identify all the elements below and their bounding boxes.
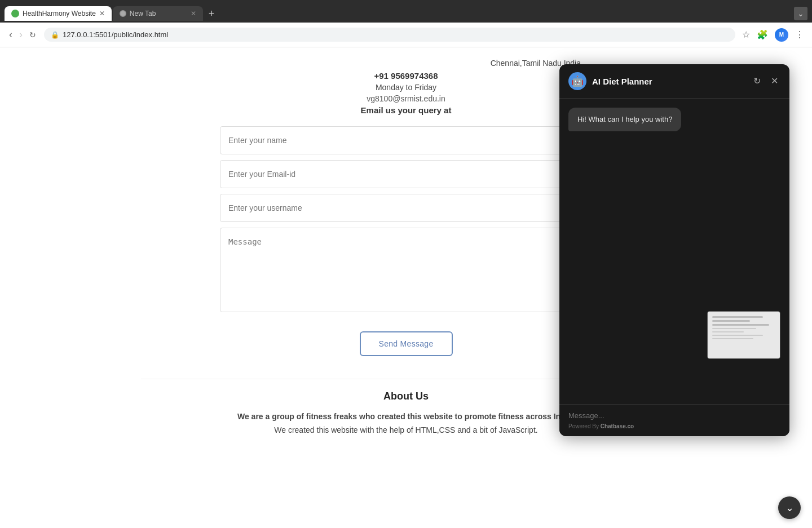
tab-close-1[interactable]: ✕ bbox=[99, 10, 105, 17]
thumb-line-3 bbox=[712, 324, 769, 326]
about-line1: We are a group of fitness freaks who cre… bbox=[237, 412, 575, 421]
chatbot-header: 🤖 AI Diet Planner ↻ ✕ bbox=[559, 64, 789, 99]
security-icon: 🔒 bbox=[51, 31, 59, 39]
tab-healthharmony[interactable]: HealthHarmony Website ✕ bbox=[5, 6, 112, 21]
username-input[interactable] bbox=[220, 194, 592, 222]
send-message-button[interactable]: Send Message bbox=[360, 331, 453, 356]
about-line2: We created this website with the help of… bbox=[274, 425, 537, 434]
tab-favicon-2 bbox=[120, 10, 126, 17]
thumb-line-7 bbox=[712, 338, 753, 339]
thumb-line-6 bbox=[712, 335, 763, 336]
extensions-button[interactable]: 🧩 bbox=[754, 27, 770, 42]
chatbot-message-input[interactable] bbox=[568, 411, 780, 420]
chatbot-welcome-bubble: Hi! What can I help you with? bbox=[568, 108, 681, 131]
bookmark-button[interactable]: ☆ bbox=[740, 27, 752, 42]
thumb-line-4 bbox=[712, 328, 756, 329]
chatbot-close-button[interactable]: ✕ bbox=[769, 76, 780, 87]
chatbot-footer: Powered By Chatbase.co bbox=[559, 404, 789, 436]
chatbot-widget: 🤖 AI Diet Planner ↻ ✕ Hi! What can I hel… bbox=[559, 64, 789, 436]
nav-actions: ☆ 🧩 M ⋮ bbox=[740, 26, 806, 44]
name-input[interactable] bbox=[220, 126, 592, 154]
nav-bar: ‹ › ↻ 🔒 127.0.0.1:5501/public/index.html… bbox=[0, 23, 812, 47]
scroll-down-button[interactable]: ⌄ bbox=[778, 496, 801, 519]
powered-by: Powered By Chatbase.co bbox=[568, 423, 780, 429]
forward-button[interactable]: › bbox=[16, 26, 26, 43]
message-textarea[interactable] bbox=[220, 228, 592, 312]
user-avatar: M bbox=[775, 28, 788, 42]
chatbot-refresh-button[interactable]: ↻ bbox=[751, 76, 763, 87]
browser-chrome: HealthHarmony Website ✕ New Tab ✕ + ⌄ ‹ … bbox=[0, 0, 812, 47]
chatbot-avatar-icon: 🤖 bbox=[568, 72, 586, 90]
tab-bar: HealthHarmony Website ✕ New Tab ✕ + ⌄ bbox=[0, 0, 812, 23]
tab-title-1: HealthHarmony Website bbox=[23, 10, 96, 17]
back-button[interactable]: ‹ bbox=[6, 26, 16, 43]
menu-button[interactable]: ⋮ bbox=[793, 27, 806, 42]
chat-thumbnail bbox=[707, 311, 780, 359]
tab-title-2: New Tab bbox=[130, 10, 187, 17]
tab-favicon-1 bbox=[11, 10, 19, 17]
tab-list-button[interactable]: ⌄ bbox=[794, 7, 807, 20]
chatbot-input-row bbox=[568, 411, 780, 420]
address-text: 127.0.0.1:5501/public/index.html bbox=[63, 30, 729, 39]
profile-button[interactable]: M bbox=[773, 26, 791, 44]
chatbot-title: AI Diet Planner bbox=[592, 77, 751, 86]
tab-close-2[interactable]: ✕ bbox=[191, 10, 196, 17]
thumb-line-2 bbox=[712, 320, 750, 322]
thumb-line-1 bbox=[712, 316, 763, 318]
thumb-line-5 bbox=[712, 331, 744, 332]
email-input[interactable] bbox=[220, 160, 592, 188]
chatbot-controls: ↻ ✕ bbox=[751, 76, 780, 87]
reload-button[interactable]: ↻ bbox=[26, 28, 39, 42]
address-bar[interactable]: 🔒 127.0.0.1:5501/public/index.html bbox=[44, 28, 735, 42]
chatbase-brand: Chatbase.co bbox=[601, 423, 634, 429]
page-content: Chennai,Tamil Nadu,India +91 9569974368 … bbox=[0, 47, 812, 528]
new-tab-button[interactable]: + bbox=[204, 8, 219, 19]
tab-newtab[interactable]: New Tab ✕ bbox=[113, 6, 203, 21]
